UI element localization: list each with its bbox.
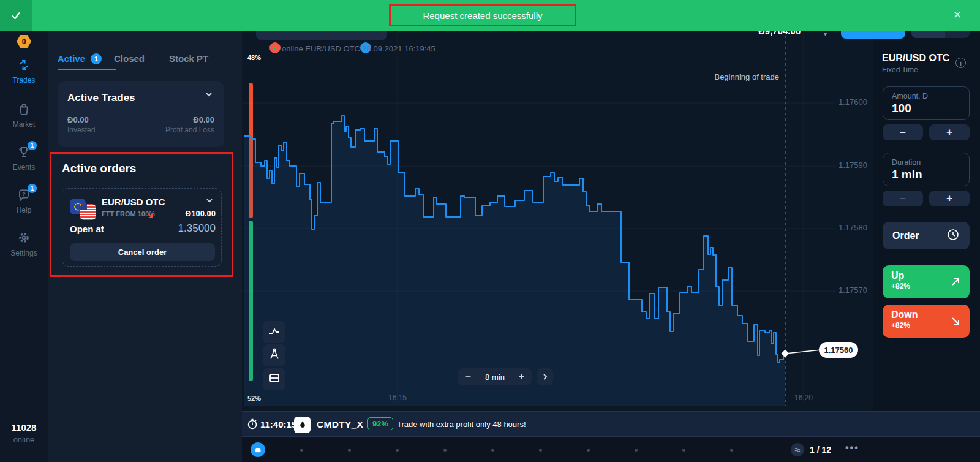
carousel-dot[interactable]: [348, 449, 351, 452]
car-icon: [254, 445, 262, 454]
active-trades-title: Active Trades: [67, 92, 135, 104]
promo-carousel: 1 / 12 •••: [242, 437, 980, 462]
order-pair: EUR/USD OTC: [102, 197, 165, 207]
scroll-forward-button[interactable]: [537, 368, 553, 385]
instrument-name[interactable]: EUR/USD OTC: [882, 53, 949, 64]
zoom-out-button[interactable]: –: [458, 371, 478, 382]
sidebar-item-label: Settings: [0, 249, 48, 257]
banner-message-highlight: Request created successfully: [389, 4, 576, 26]
duration-plus-button[interactable]: +: [929, 191, 970, 206]
commodity-icon: [294, 417, 311, 433]
instrument-mode: Fixed Time: [882, 66, 918, 74]
carousel-dot[interactable]: [730, 449, 733, 452]
chevron-down-icon[interactable]: [205, 90, 213, 101]
sidebar-item-help[interactable]: 1 ? Help: [0, 187, 48, 214]
carousel-current-icon[interactable]: [251, 442, 265, 457]
promo-asset-name[interactable]: CMDTY_X: [317, 419, 363, 430]
sidebar-item-label: Market: [0, 120, 48, 129]
tab-closed[interactable]: Closed: [114, 53, 145, 64]
promo-countdown: 11:40:15: [260, 419, 296, 430]
invested-label: Invested: [67, 126, 95, 134]
amount-field[interactable]: Amount, Đ 100: [883, 86, 970, 120]
tab-stock-pt[interactable]: Stock PT: [169, 53, 208, 64]
carousel-more-button[interactable]: •••: [845, 442, 859, 453]
notification-hex-badge[interactable]: 0: [17, 35, 31, 48]
price-axis-label: 1.17580: [827, 223, 867, 232]
layout-button[interactable]: [263, 368, 285, 390]
promo-bar[interactable]: 11:40:15 CMDTY_X 92% Trade with extra pr…: [242, 411, 980, 437]
zoom-range-value[interactable]: 8 min: [478, 373, 511, 382]
carousel-dot[interactable]: [443, 449, 447, 452]
carousel-dot[interactable]: [635, 449, 638, 452]
price-axis-label: 1.17600: [827, 97, 867, 107]
carousel-category-icon[interactable]: [791, 443, 804, 456]
active-trades-card[interactable]: Active Trades Đ0.00 Invested Đ0.00 Profi…: [58, 81, 224, 147]
success-banner: Request created successfully ✕: [0, 0, 980, 31]
down-direction-icon: [146, 211, 154, 222]
down-button[interactable]: Down +82%: [883, 305, 970, 338]
active-count-badge: 1: [91, 53, 102, 64]
events-count-badge: 1: [28, 141, 37, 150]
sidebar-item-events[interactable]: 1 Events: [0, 145, 48, 172]
duration-field[interactable]: Duration 1 min: [883, 153, 970, 186]
sidebar: 0 Trades Market 1: [0, 0, 48, 462]
trades-icon: [17, 66, 31, 74]
promo-percent-badge: 92%: [368, 417, 393, 430]
order-card[interactable]: EUR/USD OTC FTT FROM 100% Đ100.00 Open a…: [62, 188, 222, 267]
svg-text:?: ?: [22, 191, 26, 197]
sidebar-item-market[interactable]: Market: [0, 102, 48, 129]
help-count-badge: 1: [28, 184, 37, 193]
order-amount: Đ100.00: [154, 209, 216, 218]
zoom-in-button[interactable]: +: [511, 371, 532, 382]
active-tab-underline: [58, 69, 116, 70]
price-chart[interactable]: [242, 31, 873, 409]
active-orders-highlight: Active orders EUR/USD OTC FTT FROM 100% …: [50, 152, 233, 277]
arrow-up-right-icon: [950, 276, 961, 287]
carousel-dot[interactable]: [300, 449, 303, 452]
duration-value[interactable]: 1 min: [892, 168, 960, 181]
sidebar-item-settings[interactable]: Settings: [0, 230, 48, 257]
compass-icon: [268, 347, 281, 363]
sidebar-item-label: Help: [0, 206, 48, 214]
stopwatch-icon: [247, 418, 258, 432]
chart-zoom-control: – 8 min +: [458, 368, 532, 385]
price-axis-label: 1.17590: [827, 161, 867, 170]
usd-flag-icon: [80, 204, 96, 220]
time-axis-label: 16:15: [384, 393, 411, 402]
carousel-dot[interactable]: [539, 449, 542, 452]
carousel-page-indicator: 1 / 12: [810, 445, 831, 455]
chevron-down-icon[interactable]: [205, 196, 214, 207]
current-price-diamond: [781, 349, 789, 357]
drawing-tools-button[interactable]: [263, 344, 285, 366]
account-status: online: [0, 435, 48, 444]
help-bubble-icon: ?: [17, 195, 31, 204]
amount-label: Amount, Đ: [892, 92, 960, 100]
carousel-dot[interactable]: [587, 449, 590, 452]
amount-plus-button[interactable]: +: [929, 124, 970, 140]
chart-type-button[interactable]: [263, 321, 285, 343]
pnl-label: Profit and Loss: [165, 126, 214, 134]
carousel-dot[interactable]: [396, 449, 399, 452]
duration-minus-button[interactable]: –: [883, 191, 923, 206]
split-rows-icon: [268, 371, 281, 387]
line-chart-icon: [268, 324, 281, 340]
info-icon[interactable]: i: [956, 58, 966, 68]
cancel-order-button[interactable]: Cancel order: [70, 243, 215, 261]
order-button[interactable]: Order: [883, 222, 970, 249]
account-id: 11028: [0, 422, 48, 433]
price-axis-label: 1.17570: [827, 286, 867, 295]
sidebar-item-trades[interactable]: Trades: [0, 58, 48, 85]
amount-value[interactable]: 100: [892, 102, 960, 115]
time-axis-label: 16:20: [790, 393, 817, 402]
carousel-dot[interactable]: [491, 449, 494, 452]
market-bag-icon: [17, 110, 31, 118]
open-at-value: 1.35000: [136, 222, 216, 235]
amount-minus-button[interactable]: –: [883, 124, 923, 140]
carousel-track: [265, 449, 786, 451]
sidebar-item-label: Trades: [0, 76, 48, 85]
tab-active[interactable]: Active1: [58, 53, 102, 64]
close-icon[interactable]: ✕: [948, 9, 967, 22]
banner-check-section: [0, 0, 32, 31]
carousel-dot[interactable]: [682, 449, 685, 452]
up-button[interactable]: Up +82%: [883, 265, 970, 298]
